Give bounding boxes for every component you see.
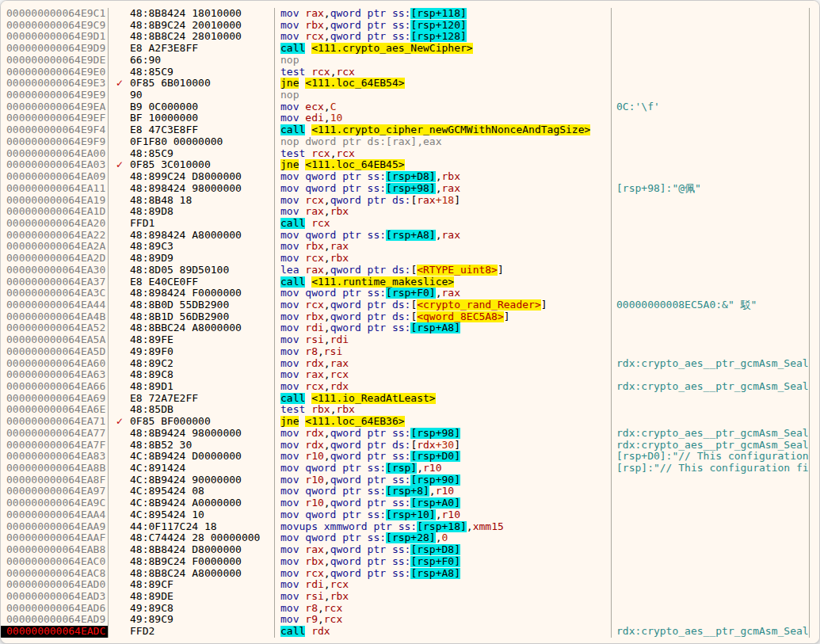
instruction-cell: mov rax,rcx <box>275 369 612 381</box>
disasm-row[interactable]: 000000000064EA1948:8B48 18mov rcx,qword … <box>1 195 819 207</box>
disasm-row[interactable]: 000000000064EA9C4C:8B9424 A0000000mov r1… <box>1 497 819 509</box>
disasm-row[interactable]: 000000000064EA71✓0F85 BF000000jne <111.l… <box>1 416 819 428</box>
bytes-column: BF 10000000 <box>109 112 275 124</box>
disasm-row[interactable]: 000000000064E9E3✓0F85 6B010000jne <111.l… <box>1 78 819 90</box>
disassembly-table[interactable]: 000000000064E9C148:8B8424 18010000mov ra… <box>1 1 819 643</box>
disasm-row[interactable]: 000000000064E9EFBF 10000000mov edi,10 <box>1 112 819 124</box>
address-cell: 000000000064E9E3 <box>1 78 109 90</box>
disasm-row[interactable]: 000000000064EA5248:8BBC24 A8000000mov rd… <box>1 322 819 334</box>
disasm-row[interactable]: 000000000064E9C148:8B8424 18010000mov ra… <box>1 8 819 20</box>
disasm-row[interactable]: 000000000064EAA44C:895424 10mov qword pt… <box>1 509 819 521</box>
bytes-cell: 48:89C8 <box>130 369 274 381</box>
gutter <box>109 218 130 230</box>
gutter <box>109 241 130 253</box>
disasm-row[interactable]: 000000000064EA6648:89D1mov rcx,rdxrdx:cr… <box>1 381 819 393</box>
comment-cell <box>612 404 810 416</box>
disasm-row[interactable]: 000000000064EAD348:89DEmov rsi,rbx <box>1 591 819 603</box>
bytes-cell: 49:89F0 <box>130 346 274 358</box>
comment-cell <box>612 20 810 32</box>
disasm-row[interactable]: 000000000064EA6048:89C2mov rdx,raxrdx:cr… <box>1 358 819 370</box>
address-cell: 000000000064EA3C <box>1 288 109 299</box>
bytes-column: 48:89D8 <box>109 206 275 218</box>
disasm-row[interactable]: 000000000064E9D9E8 A2F3E8FFcall <111.cry… <box>1 43 819 55</box>
bytes-column: 48:899C24 D8000000 <box>109 171 275 183</box>
disasm-row[interactable]: 000000000064EA0048:85C9test rcx,rcx <box>1 148 819 160</box>
comment-cell <box>612 55 810 67</box>
bytes-column: 48:8B9C24 F0000000 <box>109 556 275 568</box>
gutter <box>109 521 130 533</box>
gutter <box>109 509 130 521</box>
instruction-cell: call <111.crypto_aes_NewCipher> <box>275 43 612 55</box>
gutter <box>109 614 130 626</box>
gutter <box>109 171 130 183</box>
disasm-row[interactable]: 000000000064EA6E48:85DBtest rbx,rbx <box>1 404 819 416</box>
gutter <box>109 8 130 20</box>
disasm-row[interactable]: 000000000064E9E048:85C9test rcx,rcx <box>1 67 819 78</box>
disasm-row[interactable]: 000000000064EAC048:8B9C24 F0000000mov rb… <box>1 556 819 568</box>
instruction-cell: mov rbx,qword ptr ss:[rsp+120] <box>275 20 612 32</box>
disasm-row[interactable]: 000000000064EA3048:8D05 89D50100lea rax,… <box>1 265 819 276</box>
instruction-cell: jne <111.loc_64EB45> <box>275 159 612 171</box>
bytes-cell: E8 A2F3E8FF <box>130 43 274 55</box>
bytes-cell: 48:89C2 <box>130 358 274 370</box>
disasm-row[interactable]: 000000000064EAD048:89CFmov rdi,rcx <box>1 579 819 591</box>
disasm-row[interactable]: 000000000064EA1D48:89D8mov rax,rbx <box>1 206 819 218</box>
address-cell: 000000000064EA83 <box>1 451 109 463</box>
disasm-row[interactable]: 000000000064EA834C:8B9424 D0000000mov r1… <box>1 451 819 463</box>
address-cell: 000000000064EA03 <box>1 159 109 171</box>
gutter <box>109 20 130 32</box>
disasm-row[interactable]: 000000000064EA69E8 72A7E2FFcall <111.io_… <box>1 393 819 405</box>
disasm-row[interactable]: 000000000064EA6348:89C8mov rax,rcx <box>1 369 819 381</box>
disasm-row[interactable]: 000000000064E9F90F1F80 00000000nop dword… <box>1 136 819 148</box>
disasm-row[interactable]: 000000000064EAC848:8B8C24 A8000000mov rc… <box>1 568 819 580</box>
comment-cell <box>612 369 810 381</box>
disasm-row[interactable]: 000000000064EAB848:8B8424 D8000000mov ra… <box>1 544 819 556</box>
disasm-row[interactable]: 000000000064EA4B48:8B1D 56DB2900mov rbx,… <box>1 311 819 323</box>
disasm-row[interactable]: 000000000064EA7748:8B9424 98000000mov rd… <box>1 428 819 440</box>
bytes-cell: 48:89C3 <box>130 241 274 253</box>
disasm-row[interactable]: 000000000064EA20FFD1call rcx <box>1 218 819 230</box>
disasm-row[interactable]: 000000000064E9D148:8B8C24 28010000mov rc… <box>1 31 819 43</box>
disasm-row[interactable]: 000000000064E9EAB9 0C000000mov ecx,C0C:'… <box>1 101 819 113</box>
disasm-row[interactable]: 000000000064EA8B4C:891424mov qword ptr s… <box>1 463 819 474</box>
comment-cell <box>612 544 810 556</box>
disasm-row[interactable]: 000000000064E9F4E8 47C3E8FFcall <111.cry… <box>1 124 819 136</box>
disasm-row[interactable]: 000000000064EA03✓0F85 3C010000jne <111.l… <box>1 159 819 171</box>
disasm-row[interactable]: 000000000064EA0948:899C24 D8000000mov qw… <box>1 171 819 183</box>
disasm-row[interactable]: 000000000064EA8F4C:8B9424 90000000mov r1… <box>1 474 819 486</box>
disasm-row[interactable]: 000000000064EA974C:895424 08mov qword pt… <box>1 486 819 497</box>
instruction-cell: test rcx,rcx <box>275 67 612 78</box>
disasm-row[interactable]: 000000000064E9DE66:90nop <box>1 55 819 67</box>
disasm-row[interactable]: 000000000064EADCFFD2call rdxrdx:crypto_a… <box>1 626 819 638</box>
gutter <box>109 603 130 615</box>
bytes-cell: 48:85C9 <box>130 148 274 160</box>
disasm-row[interactable]: 000000000064EA2D48:89D9mov rcx,rbx <box>1 253 819 265</box>
disasm-row[interactable]: 000000000064EA3C48:898424 F0000000mov qw… <box>1 288 819 299</box>
disasm-row[interactable]: 000000000064EA5A48:89FEmov rsi,rdi <box>1 334 819 346</box>
bytes-column: E8 47C3E8FF <box>109 124 275 136</box>
disasm-row[interactable]: 000000000064EAA944:0F117C24 18movups xmm… <box>1 521 819 533</box>
gutter <box>109 136 130 148</box>
bytes-column: 48:89FE <box>109 334 275 346</box>
disasm-row[interactable]: 000000000064EA37E8 E40CE0FFcall <111.run… <box>1 276 819 288</box>
bytes-column: 49:89C9 <box>109 614 275 626</box>
disasm-row[interactable]: 000000000064EA7F48:8B52 30mov rdx,qword … <box>1 440 819 452</box>
comment-cell <box>612 334 810 346</box>
comment-cell <box>612 532 810 544</box>
disasm-row[interactable]: 000000000064EAD649:89C8mov r8,rcx <box>1 603 819 615</box>
address-cell: 000000000064E9E9 <box>1 90 109 101</box>
gutter <box>109 591 130 603</box>
disasm-row[interactable]: 000000000064E9C948:8B9C24 20010000mov rb… <box>1 20 819 32</box>
disasm-row[interactable]: 000000000064E9E990nop <box>1 90 819 101</box>
disasm-row[interactable]: 000000000064EAAF48:C74424 28 00000000mov… <box>1 532 819 544</box>
comment-cell: rdx:crypto_aes__ptr_gcmAsm_Seal <box>612 626 810 638</box>
disasm-row[interactable]: 000000000064EA2A48:89C3mov rbx,rax <box>1 241 819 253</box>
bytes-cell: 48:8B8424 18010000 <box>130 8 274 20</box>
disasm-row[interactable]: 000000000064EAD949:89C9mov r9,rcx <box>1 614 819 626</box>
comment-cell <box>612 124 810 136</box>
disasm-row[interactable]: 000000000064EA4448:8B0D 55DB2900mov rcx,… <box>1 299 819 311</box>
disasm-row[interactable]: 000000000064EA5D49:89F0mov r8,rsi <box>1 346 819 358</box>
disasm-row[interactable]: 000000000064EA2248:898424 A8000000mov qw… <box>1 230 819 242</box>
address-cell: 000000000064E9E0 <box>1 67 109 78</box>
disasm-row[interactable]: 000000000064EA1148:898424 98000000mov qw… <box>1 183 819 195</box>
